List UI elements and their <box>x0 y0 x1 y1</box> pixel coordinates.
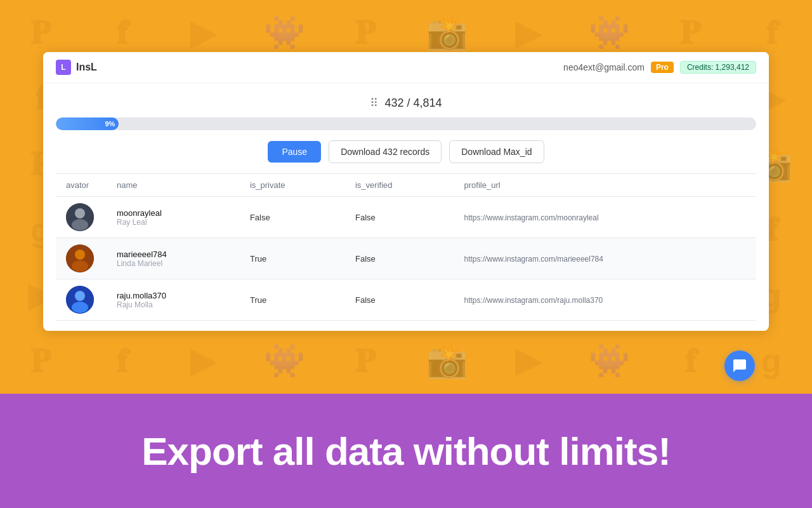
svg-point-7 <box>75 291 85 301</box>
progress-count: ⠿ 432 / 4,814 <box>56 96 756 110</box>
is-private-cell: True <box>240 238 345 279</box>
table-row: raju.molla370 Raju Molla True False http… <box>56 279 756 321</box>
pause-button[interactable]: Pause <box>268 141 321 163</box>
progress-numbers: 432 / 4,814 <box>384 97 442 110</box>
is-private-cell: True <box>240 279 345 321</box>
avatar-cell <box>56 197 107 238</box>
is-private-cell: False <box>240 197 345 238</box>
col-is-verified: is_verified <box>345 174 454 197</box>
svg-point-1 <box>75 208 85 218</box>
background-bottom: Export all data without limits! <box>0 394 812 508</box>
download-maxid-button[interactable]: Download Max_id <box>449 140 544 163</box>
display-name: Linda Marieel <box>117 259 230 268</box>
username: marieeeel784 <box>117 250 230 259</box>
main-content: ⠿ 432 / 4,814 9% Pause Download 432 reco… <box>43 83 769 331</box>
loading-dots: ⠿ <box>370 96 378 110</box>
progress-bar-fill: 9% <box>56 117 119 130</box>
avatar <box>66 286 94 314</box>
logo-icon: L <box>56 60 71 75</box>
app-name: InsL <box>76 62 97 73</box>
pro-badge: Pro <box>651 62 674 73</box>
avatar <box>66 244 94 272</box>
name-cell: marieeeel784 Linda Marieel <box>107 238 240 279</box>
svg-point-2 <box>72 219 88 231</box>
avatar-cell <box>56 279 107 321</box>
logo-area: L InsL <box>56 60 97 75</box>
profile-url-cell: https://www.instagram.com/marieeeel784 <box>454 238 756 279</box>
username: raju.molla370 <box>117 291 230 300</box>
username: moonrayleal <box>117 208 230 218</box>
table-row: moonrayleal Ray Leal False False https:/… <box>56 197 756 238</box>
profile-url-cell: https://www.instagram.com/moonrayleal <box>454 197 756 238</box>
credits-badge: Credits: 1,293,412 <box>680 61 756 74</box>
svg-point-5 <box>72 260 88 272</box>
main-card: L InsL neo4ext@gmail.com Pro Credits: 1,… <box>43 52 769 331</box>
name-cell: raju.molla370 Raju Molla <box>107 279 240 321</box>
chat-button[interactable] <box>724 351 755 381</box>
table-header-row: avator name is_private is_verified profi… <box>56 174 756 197</box>
name-cell: moonrayleal Ray Leal <box>107 197 240 238</box>
avatar <box>66 203 94 231</box>
col-name: name <box>107 174 240 197</box>
display-name: Raju Molla <box>117 300 230 309</box>
user-email: neo4ext@gmail.com <box>563 62 645 72</box>
data-table: avator name is_private is_verified profi… <box>56 173 756 321</box>
progress-bar-container: 9% <box>56 117 756 130</box>
col-avatar: avator <box>56 174 107 197</box>
svg-point-8 <box>72 302 88 313</box>
col-is-private: is_private <box>240 174 345 197</box>
col-profile-url: profile_url <box>454 174 756 197</box>
chat-icon <box>732 358 747 373</box>
is-verified-cell: False <box>345 197 454 238</box>
profile-url-cell: https://www.instagram.com/raju.molla370 <box>454 279 756 321</box>
progress-percent: 9% <box>105 120 115 128</box>
tagline: Export all data without limits! <box>141 429 671 474</box>
header-right: neo4ext@gmail.com Pro Credits: 1,293,412 <box>563 61 756 74</box>
is-verified-cell: False <box>345 238 454 279</box>
display-name: Ray Leal <box>117 218 230 227</box>
table-row: marieeeel784 Linda Marieel True False ht… <box>56 238 756 279</box>
is-verified-cell: False <box>345 279 454 321</box>
avatar-cell <box>56 238 107 279</box>
download-records-button[interactable]: Download 432 records <box>329 140 442 163</box>
action-buttons: Pause Download 432 records Download Max_… <box>56 140 756 163</box>
app-header: L InsL neo4ext@gmail.com Pro Credits: 1,… <box>43 52 769 83</box>
svg-point-4 <box>75 250 85 260</box>
progress-section: ⠿ 432 / 4,814 9% <box>56 96 756 130</box>
